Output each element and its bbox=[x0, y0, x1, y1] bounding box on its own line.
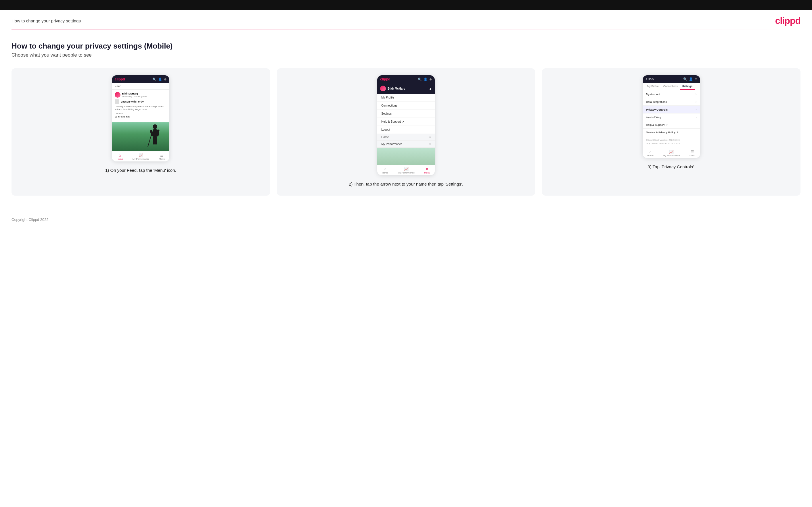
phone1-nav-menu-label: Menu bbox=[159, 158, 165, 160]
setting-item-myaccount[interactable]: My Account › bbox=[643, 90, 700, 98]
phone2-nav-close[interactable]: ✕ Menu bbox=[424, 167, 430, 174]
phone3-nav-menu[interactable]: ☰ Menu bbox=[690, 150, 695, 157]
phone1-nav-home[interactable]: ⌂ Home bbox=[117, 153, 123, 160]
phone1-post: Blair McHarg Yesterday · Sunningdale Les… bbox=[112, 90, 169, 122]
step-3-caption: 3) Tap 'Privacy Controls'. bbox=[648, 164, 695, 170]
tab-myprofile[interactable]: My Profile bbox=[645, 83, 661, 90]
chevron-right-icon-4: › bbox=[696, 115, 697, 119]
phone1-nav-performance-label: My Performance bbox=[133, 158, 150, 160]
phone3-nav-home-label: Home bbox=[647, 154, 653, 157]
setting-item-service[interactable]: Service & Privacy Policy ↗ bbox=[643, 129, 700, 136]
step-2-card: clippd 🔍 👤 ⊕ Blair McHarg ▲ bbox=[277, 68, 536, 195]
phone2-menu-item-help[interactable]: Help & Support ↗ bbox=[377, 118, 435, 126]
phone1-logo: clippd bbox=[115, 77, 125, 81]
phone2-nav-home-label: Home bbox=[382, 171, 388, 174]
chevron-down-icon-2: ▾ bbox=[429, 143, 431, 146]
svg-rect-1 bbox=[153, 129, 157, 137]
chevron-up-icon: ▲ bbox=[429, 87, 432, 90]
setting-item-mygolfbag[interactable]: My Golf Bag › bbox=[643, 113, 700, 121]
settings-icon-2[interactable]: ⊕ bbox=[429, 77, 432, 81]
phone3-nav-performance-label: My Performance bbox=[663, 154, 680, 157]
main-content: How to change your privacy settings (Mob… bbox=[0, 30, 812, 213]
setting-item-help[interactable]: Help & Support ↗ bbox=[643, 121, 700, 129]
phone3-nav-home[interactable]: ⌂ Home bbox=[647, 150, 653, 157]
phone2-section-performance-item[interactable]: My Performance ▾ bbox=[377, 141, 435, 148]
phone1-nav-home-label: Home bbox=[117, 158, 123, 160]
user-icon-3[interactable]: 👤 bbox=[689, 77, 693, 81]
phone2-logo: clippd bbox=[380, 77, 390, 81]
phone1-user-row: Blair McHarg Yesterday · Sunningdale bbox=[115, 92, 166, 98]
tab-connections[interactable]: Connections bbox=[661, 83, 680, 90]
phone2-menu-item-settings[interactable]: Settings bbox=[377, 110, 435, 118]
phone1-golf-image bbox=[112, 122, 169, 151]
step-1-caption: 1) On your Feed, tap the 'Menu' icon. bbox=[105, 167, 176, 174]
phone3-tabs: My Profile Connections Settings bbox=[643, 83, 700, 90]
close-icon: ✕ bbox=[425, 167, 429, 171]
phone2-menu-item-myprofile[interactable]: My Profile bbox=[377, 94, 435, 102]
setting-item-dataintegrations[interactable]: Data Integrations › bbox=[643, 98, 700, 106]
tab-settings[interactable]: Settings bbox=[680, 83, 695, 90]
setting-item-privacycontrols[interactable]: Privacy Controls › bbox=[643, 106, 700, 113]
phone3-bottom-nav: ⌂ Home 📈 My Performance ☰ Menu bbox=[643, 148, 700, 158]
header: How to change your privacy settings clip… bbox=[0, 10, 812, 30]
phone1-duration-value: 01 hr : 30 min bbox=[115, 115, 166, 118]
page-subheading: Choose what you want people to see bbox=[11, 52, 801, 58]
phone1-avatar bbox=[115, 92, 120, 98]
phone2-avatar bbox=[380, 86, 386, 91]
phone2-icons: 🔍 👤 ⊕ bbox=[418, 77, 432, 81]
phone2-user-row[interactable]: Blair McHarg ▲ bbox=[377, 83, 435, 94]
phone1-meta: Yesterday · Sunningdale bbox=[122, 95, 147, 98]
setting-mygolfbag-label: My Golf Bag bbox=[646, 116, 661, 119]
phone3-version: Clippd Client Version: 2022.8.3-3 GQL Se… bbox=[643, 136, 700, 148]
home-icon-3: ⌂ bbox=[649, 150, 652, 154]
phone1-lesson-row: Lesson with Fordy bbox=[115, 99, 166, 104]
settings-icon-3[interactable]: ⊕ bbox=[695, 77, 697, 81]
phone2-user-left: Blair McHarg bbox=[380, 86, 405, 91]
phone3-nav-menu-label: Menu bbox=[690, 154, 695, 157]
breadcrumb: How to change your privacy settings bbox=[11, 18, 81, 23]
phone1-nav-menu[interactable]: ☰ Menu bbox=[159, 153, 165, 160]
phone1-lesson-title: Lesson with Fordy bbox=[121, 100, 144, 103]
phone2-nav-home[interactable]: ⌂ Home bbox=[382, 167, 388, 174]
home-icon: ⌂ bbox=[119, 153, 121, 157]
setting-privacycontrols-label: Privacy Controls bbox=[646, 108, 668, 111]
phone1-nav-performance[interactable]: 📈 My Performance bbox=[133, 153, 150, 160]
svg-point-0 bbox=[153, 124, 157, 129]
phone-3-mockup: < Back 🔍 👤 ⊕ My Profile Connections Sett… bbox=[643, 75, 700, 158]
phone2-nav-performance[interactable]: 📈 My Performance bbox=[398, 167, 415, 174]
phone2-section-home: Home ▾ My Performance ▾ bbox=[377, 134, 435, 148]
search-icon[interactable]: 🔍 bbox=[152, 77, 156, 81]
svg-rect-5 bbox=[155, 136, 157, 145]
settings-icon[interactable]: ⊕ bbox=[164, 77, 166, 81]
search-icon-3[interactable]: 🔍 bbox=[683, 77, 687, 81]
phone2-menu-item-logout[interactable]: Logout bbox=[377, 126, 435, 134]
setting-dataintegrations-label: Data Integrations bbox=[646, 100, 667, 103]
phone3-nav-performance[interactable]: 📈 My Performance bbox=[663, 150, 680, 157]
steps-grid: clippd 🔍 👤 ⊕ Feed Blair McHarg bbox=[11, 68, 801, 195]
footer: Copyright Clippd 2022 bbox=[0, 213, 812, 229]
svg-rect-4 bbox=[153, 136, 155, 145]
search-icon-2[interactable]: 🔍 bbox=[418, 77, 422, 81]
phone3-version2: GQL Server Version: 2022.7.30-1 bbox=[646, 142, 697, 145]
step-3-card: < Back 🔍 👤 ⊕ My Profile Connections Sett… bbox=[542, 68, 801, 195]
phone2-section-home-item[interactable]: Home ▾ bbox=[377, 134, 435, 141]
phone3-icons: 🔍 👤 ⊕ bbox=[683, 77, 697, 81]
chart-icon: 📈 bbox=[139, 153, 143, 157]
phone-1-mockup: clippd 🔍 👤 ⊕ Feed Blair McHarg bbox=[112, 75, 169, 161]
phone1-lesson-icon bbox=[115, 99, 119, 104]
chevron-right-icon-2: › bbox=[696, 100, 697, 103]
user-icon[interactable]: 👤 bbox=[158, 77, 162, 81]
phone1-feed-tab: Feed bbox=[112, 83, 169, 90]
phone2-section-home-label: Home bbox=[381, 135, 389, 139]
user-icon-2[interactable]: 👤 bbox=[423, 77, 427, 81]
phone3-back-button[interactable]: < Back bbox=[646, 77, 654, 81]
phone2-menu-item-connections[interactable]: Connections bbox=[377, 102, 435, 110]
step-2-caption: 2) Then, tap the arrow next to your name… bbox=[349, 181, 463, 187]
setting-myaccount-label: My Account bbox=[646, 93, 660, 96]
phone1-lesson-desc: Looking to feel like my hands are exitin… bbox=[115, 105, 166, 111]
phone1-username: Blair McHarg bbox=[122, 92, 147, 95]
setting-help-label: Help & Support ↗ bbox=[646, 123, 668, 126]
chart-icon-2: 📈 bbox=[404, 167, 409, 171]
chevron-down-icon: ▾ bbox=[429, 135, 431, 139]
chevron-right-icon-3: › bbox=[696, 108, 697, 111]
